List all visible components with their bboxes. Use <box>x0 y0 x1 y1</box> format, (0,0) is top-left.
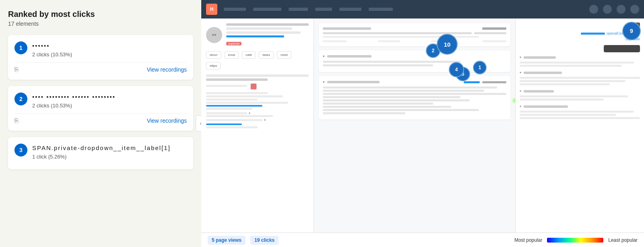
least-popular-label: Least popular <box>608 237 638 243</box>
hs-action-call[interactable]: callir <box>242 51 256 59</box>
hs-b1-pills <box>323 40 506 42</box>
panel-title: Ranked by most clicks <box>8 10 193 19</box>
hs-contact-link <box>226 35 284 37</box>
right-panel: H •• <box>201 0 644 247</box>
hs-contact-detail-line <box>226 27 292 30</box>
hs-nav-settings-icon[interactable] <box>630 5 639 14</box>
rank-info-2: •••• •••••••• •••••• •••••••• 2 clicks (… <box>32 93 187 109</box>
hs-rsa1-title <box>524 56 556 59</box>
rank-card-3: 3 SPAN.private-dropdown__item__label[1] … <box>8 137 193 169</box>
hs-section-title-1 <box>206 78 268 81</box>
hs-b3-l1 <box>323 86 497 89</box>
hs-pill1 <box>323 40 347 42</box>
hs-small-3 <box>206 99 258 101</box>
hs-rsa2-header: ▾ <box>520 71 640 74</box>
hs-rsa4-l3 <box>520 117 640 119</box>
hs-b3-l7 <box>323 106 451 108</box>
view-recordings-link-2[interactable]: View recordings <box>147 117 187 124</box>
hs-rs1-link1 <box>581 33 605 35</box>
hs-rs-accordion-1: ▾ <box>520 56 640 67</box>
hs-nav-help-icon[interactable] <box>603 5 612 14</box>
hs-action-ellips[interactable]: ellips <box>206 62 221 70</box>
rank-badge-3: 3 <box>14 144 27 156</box>
hs-b3-l8 <box>323 109 479 111</box>
hs-rsa1-header: ▾ <box>520 56 640 59</box>
hs-b3-header: ▾ <box>323 80 506 84</box>
nav-item-3[interactable] <box>289 8 308 11</box>
hs-left-sidebar: •• duplicate descr emai callir tasks mee… <box>201 19 314 233</box>
hs-b2-l1 <box>323 61 460 63</box>
hs-b3-l9 <box>323 112 405 114</box>
hs-d-line2 <box>206 119 262 121</box>
hs-b1-title <box>323 27 371 30</box>
hs-b1-l3 <box>323 36 479 38</box>
hs-b1-action <box>482 27 506 30</box>
hs-bottombar: 5 page views 19 clicks Most popular Leas… <box>201 233 644 247</box>
hs-small-link <box>206 105 262 107</box>
hs-b1-l1 <box>323 32 472 34</box>
hs-action-meet[interactable]: meet <box>277 51 291 59</box>
rank-card-3-header: 3 SPAN.private-dropdown__item__label[1] … <box>14 144 187 160</box>
hs-rs1-dup2: duplicate <box>520 37 640 41</box>
hs-rsa4-chevron: ▾ <box>520 105 521 108</box>
nav-item-6[interactable] <box>369 8 393 11</box>
nav-item-4[interactable] <box>315 8 332 11</box>
rank-element-name-1: •••••• <box>32 41 187 50</box>
view-recordings-link-1[interactable]: View recordings <box>147 66 187 73</box>
hs-dropdown-row2: ▾ <box>206 118 309 122</box>
nav-item-5[interactable] <box>339 8 361 11</box>
panel-subtitle: 17 elements <box>8 21 193 27</box>
hs-content-block-3: ▾ <box>319 76 510 119</box>
hs-b1-l2 <box>474 32 506 34</box>
hs-action-tasks[interactable]: tasks <box>259 51 274 59</box>
hs-small-5 <box>206 108 252 110</box>
hs-rsa1-l2 <box>520 65 622 67</box>
rank-card-2-header: 2 •••• •••••••• •••••• •••••••• 2 clicks… <box>14 93 187 109</box>
most-popular-label: Most popular <box>514 237 542 243</box>
heatmap-legend: Most popular Least popular <box>283 237 638 243</box>
hs-b3-actions <box>464 81 506 83</box>
hs-nav-apps-icon[interactable] <box>617 5 625 14</box>
hs-rsa1-chevron: ▾ <box>520 56 521 59</box>
hs-sidebar-contact-info: duplicate <box>226 23 309 46</box>
hs-dropdown-row: ▾ <box>206 111 309 115</box>
clicks-badge: 19 clicks <box>250 236 279 245</box>
hs-dark-btn-container <box>520 45 640 52</box>
hs-b1-row1 <box>323 32 506 34</box>
hs-content: •• duplicate descr emai callir tasks mee… <box>201 19 644 233</box>
hs-logo: H <box>206 4 217 15</box>
hs-rsa2-l2 <box>520 80 625 82</box>
hs-content-block-1 <box>319 23 510 46</box>
hs-rsa2-l3 <box>520 83 610 85</box>
hs-right-section-1: openall.ink duplicate duplicate <box>520 31 640 41</box>
hs-b3-l6 <box>323 103 433 105</box>
rank-badge-2: 2 <box>14 93 27 105</box>
copy-icon-1[interactable]: ⎘ <box>14 66 19 73</box>
hs-nav-globe-icon[interactable] <box>589 5 598 14</box>
hs-b2-expand: ▾ <box>323 54 325 58</box>
rank-card-2: 2 •••• •••••••• •••••• •••••••• 2 clicks… <box>8 86 193 131</box>
hs-section-toggle <box>206 83 309 90</box>
hs-dropdown-chevron: ▾ <box>249 111 250 115</box>
hs-small-1 <box>206 92 268 94</box>
hs-main-inner: ▾ ▾ <box>314 19 515 233</box>
hs-small-2 <box>206 95 283 97</box>
rank-clicks-3: 1 click (5.26%) <box>32 154 187 160</box>
nav-item-2[interactable] <box>253 8 281 11</box>
nav-item-1[interactable] <box>224 8 246 11</box>
collapse-button[interactable]: « <box>196 115 201 132</box>
hs-rsa4-l2 <box>520 114 616 116</box>
hs-action-buttons: descr emai callir tasks meet ellips <box>206 51 309 70</box>
hs-rs1-openlink: openall.ink <box>607 31 624 35</box>
hs-action-email[interactable]: emai <box>225 51 239 59</box>
hs-b2-l2 <box>323 64 433 66</box>
copy-icon-2[interactable]: ⎘ <box>14 117 19 124</box>
hs-contact-name-line <box>226 23 309 26</box>
hs-rsa1-l1 <box>520 62 634 64</box>
hs-rs-accordion-3: ▾ <box>520 89 640 101</box>
hs-dark-btn[interactable] <box>604 45 640 52</box>
hs-small-4 <box>206 102 288 104</box>
page-views-badge: 5 page views <box>208 236 246 245</box>
rank-info-1: •••••• 2 clicks (10.53%) <box>32 41 187 58</box>
hs-action-descr[interactable]: descr <box>206 51 221 59</box>
